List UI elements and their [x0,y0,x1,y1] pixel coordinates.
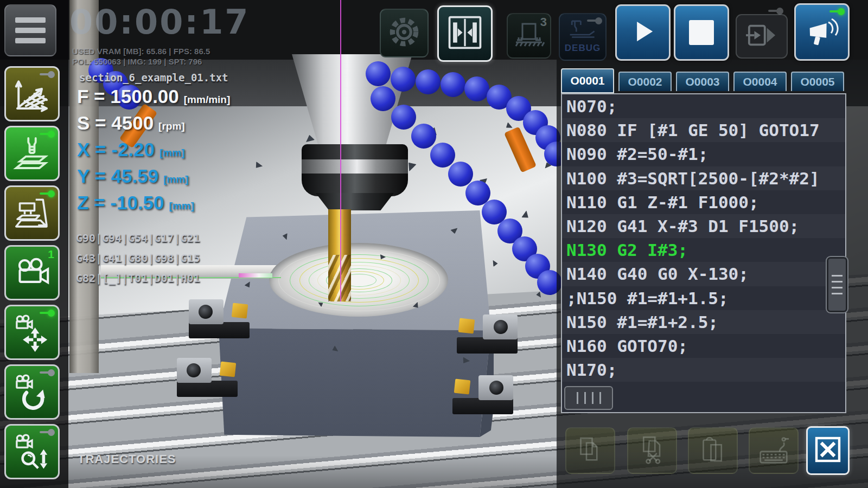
stop-button[interactable] [674,4,729,61]
readout-unit: [mm/min] [184,94,231,105]
camera-preset-badge: 1 [48,248,54,261]
step-toggle-indicator [776,8,783,15]
readout-f: F = 1500.00[mm/min] [77,86,230,107]
gear-icon [386,14,422,52]
copy-button[interactable] [565,427,615,474]
keyboard-icon [757,434,790,467]
toggle-indicator [48,71,55,78]
toggle-machine-display[interactable] [4,185,60,241]
fixture-view-button[interactable]: 3 [507,13,551,59]
paste-button[interactable] [688,427,738,474]
menu-button[interactable] [4,4,56,56]
toolpath-marker [239,273,272,278]
camera-view-preset[interactable]: 1 [4,245,60,300]
readout-unit: [mm] [159,147,184,158]
toggle-indicator [48,429,55,436]
debug-icon [567,20,598,42]
program-tab-O0002[interactable]: O0002 [618,72,672,91]
camera-icon [12,253,52,292]
code-line[interactable]: N170; [562,358,845,382]
split-view-button[interactable] [437,5,493,62]
clamp [452,374,513,418]
toggle-indicator [48,131,55,138]
axes-grid-icon [12,74,52,113]
clamp [457,313,518,357]
code-line[interactable]: N090 #2=50-#1; [562,142,845,166]
readout-s: S = 4500[rpm] [77,112,185,134]
program-tab-O0004[interactable]: O0004 [733,72,787,91]
program-tab-O0001[interactable]: O0001 [561,68,614,93]
end-mill-flutes [328,255,351,301]
camera-rotate[interactable] [4,364,60,420]
readout-y: Y = 45.59[mm] [77,165,189,187]
split-view-icon [446,14,484,54]
toggle-trajectories[interactable] [4,66,60,121]
modal-state-line: G43|G41|G80|G98|G15 [76,248,200,268]
clamp [189,298,250,342]
readout-unit: [mm] [163,174,188,185]
cut-icon [637,434,667,467]
readout-value: Y = 45.59 [77,165,158,187]
readout-unit: [mm] [169,200,194,211]
camera-zoom-icon [12,432,52,471]
tool-layers-icon [12,134,52,173]
horizontal-scroll-handle[interactable] [564,386,613,410]
cut-button[interactable] [627,427,677,474]
code-line[interactable]: N120 G41 X-#3 D1 F1500; [562,214,845,238]
machine-icon [12,194,52,233]
gcode-modal-states: G90|G94|G54|G17|G21G43|G41|G80|G98|G15G8… [76,228,200,288]
gcode-editor[interactable]: N070;N080 IF [#1 GE 50] GOTO17N090 #2=50… [561,93,846,413]
sound-button[interactable] [794,3,850,61]
camera-pan[interactable] [4,305,60,360]
sound-toggle-indicator [838,8,845,15]
stop-icon [689,20,714,45]
code-line[interactable]: N150 #1=#1+2.5; [562,310,845,334]
toggle-indicator [48,190,55,197]
toggle-tool-display[interactable] [4,126,60,181]
spindle-centerline [340,0,341,301]
render-stats-line1: USED VRAM [MB]: 65.86 | FPS: 86.5 [72,47,210,56]
readout-value: X = -2.20 [77,139,155,160]
camera-zoom[interactable] [4,424,60,479]
hamburger-icon [15,17,46,43]
cnc-simulator-app: 00:00:17 USED VRAM [MB]: 65.86 | FPS: 86… [0,0,868,488]
readout-value: S = 4500 [77,112,154,133]
readout-value: F = 1500.00 [77,86,179,107]
code-line[interactable]: N140 G40 G0 X-130; [562,262,845,286]
debug-button[interactable]: DEBUG [559,13,607,61]
code-line[interactable]: N070; [562,94,845,118]
code-line[interactable]: N080 IF [#1 GE 50] GOTO17 [562,118,845,142]
settings-button[interactable] [380,9,429,57]
play-button[interactable] [615,4,671,61]
code-line-current[interactable]: N130 G2 I#3; [562,238,845,262]
clamp [177,357,238,400]
code-line[interactable]: N100 #3=SQRT[2500-[#2*#2] [562,166,845,190]
chuck-ring [302,159,408,174]
toggle-indicator [48,310,55,317]
camera-rotate-icon [12,373,52,412]
readout-x: X = -2.20[mm] [77,139,184,160]
code-line[interactable]: ;N150 #1=#1+1.5; [562,286,845,310]
close-editor-button[interactable] [806,426,850,475]
vertical-scroll-handle[interactable] [827,257,847,312]
keyboard-button[interactable] [749,427,799,474]
modal-state-line: G82|[_]|T01|D01|H01 [76,268,200,288]
code-line[interactable]: N110 G1 Z-#1 F1000; [562,190,845,214]
toggle-indicator [48,369,55,376]
program-tab-O0005[interactable]: O0005 [791,72,844,91]
single-block-button[interactable] [736,14,788,59]
modal-state-line: G90|G94|G54|G17|G21 [76,228,200,248]
render-stats-line2: POL: 550063 | IMG: 199 | SPT: 796 [72,57,202,66]
debug-toggle-indicator [595,17,602,24]
collet-nut [316,193,394,210]
readout-value: Z = -10.50 [77,192,164,213]
camera-pan-icon [12,313,52,352]
simulation-timer: 00:00:17 [69,2,250,42]
megaphone-icon [805,14,839,50]
copy-icon [575,434,605,467]
close-icon [813,434,843,467]
program-tab-O0003[interactable]: O0003 [676,72,729,91]
code-line[interactable]: N160 GOTO70; [562,334,845,358]
program-tabs: O0001O0002O0003O0004O0005 [561,68,845,93]
debug-label: DEBUG [565,43,601,54]
